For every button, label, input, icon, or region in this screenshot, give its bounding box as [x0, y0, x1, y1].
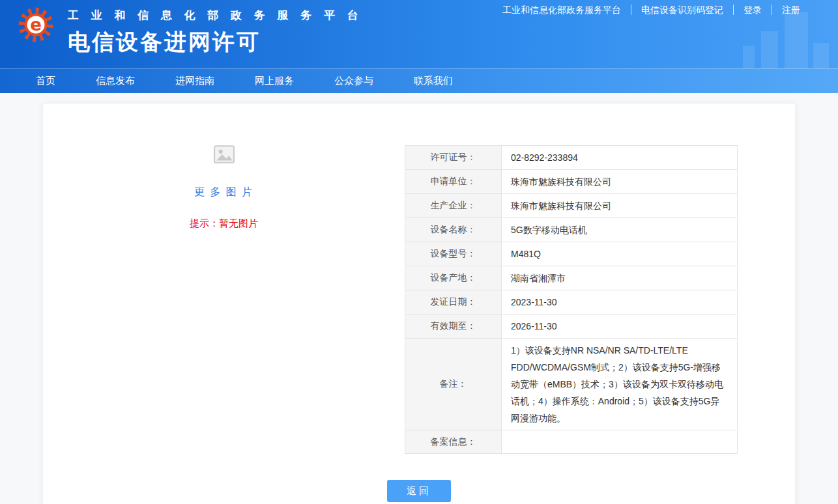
field-label: 备案信息： — [405, 430, 502, 454]
header-banner: e 工 业 和 信 息 化 部 政 务 服 务 平 台 电信设备进网许可 工业和… — [0, 0, 838, 68]
field-value: 珠海市魅族科技有限公司 — [502, 194, 738, 218]
nav-item-public-participation[interactable]: 公众参与 — [334, 75, 373, 87]
card-footer: 返回 — [43, 454, 795, 504]
nav-item-guide[interactable]: 进网指南 — [175, 75, 214, 87]
nav-item-contact[interactable]: 联系我们 — [414, 75, 453, 87]
field-value: 02-8292-233894 — [502, 146, 738, 170]
table-row: 设备名称： 5G数字移动电话机 — [405, 218, 738, 242]
table-row: 备注： 1）该设备支持NR NSA/NR SA/TD-LTE/LTE FDD/W… — [405, 339, 738, 430]
table-row: 申请单位： 珠海市魅族科技有限公司 — [405, 170, 738, 194]
table-row: 设备型号： M481Q — [405, 242, 738, 266]
field-label: 备注： — [405, 339, 502, 430]
table-row: 发证日期： 2023-11-30 — [405, 290, 738, 315]
field-value: 1）该设备支持NR NSA/NR SA/TD-LTE/LTE FDD/WCDMA… — [502, 339, 738, 430]
back-button[interactable]: 返回 — [387, 480, 451, 502]
site-header: e 工 业 和 信 息 化 部 政 务 服 务 平 台 电信设备进网许可 工业和… — [0, 0, 838, 93]
field-value: 2023-11-30 — [502, 290, 738, 315]
building-graphic — [785, 12, 808, 68]
field-value: M481Q — [502, 242, 738, 266]
link-gov-platform[interactable]: 工业和信息化部政务服务平台 — [493, 5, 631, 15]
main-nav: 首页 信息发布 进网指南 网上服务 公众参与 联系我们 — [0, 68, 838, 93]
field-label: 发证日期： — [405, 290, 502, 315]
field-label: 申请单位： — [405, 170, 502, 194]
svg-text:e: e — [30, 15, 42, 35]
field-value: 珠海市魅族科技有限公司 — [502, 170, 738, 194]
nav-item-news[interactable]: 信息发布 — [96, 75, 135, 87]
register-link[interactable]: 注册 — [772, 5, 800, 15]
no-image-hint: 提示：暂无图片 — [190, 217, 258, 230]
link-device-id-registration[interactable]: 电信设备识别码登记 — [631, 5, 734, 15]
table-row: 设备产地： 湖南省湘潭市 — [405, 266, 738, 290]
nav-item-online-service[interactable]: 网上服务 — [255, 75, 294, 87]
field-label: 设备型号： — [405, 242, 502, 266]
building-graphic — [743, 46, 755, 68]
license-table: 许可证号： 02-8292-233894 申请单位： 珠海市魅族科技有限公司 生… — [405, 145, 738, 454]
header-titles: 工 业 和 信 息 化 部 政 务 服 务 平 台 电信设备进网许可 — [68, 8, 363, 57]
building-graphic — [761, 31, 778, 68]
top-utility-links: 工业和信息化部政务服务平台 电信设备识别码登记 登录 注册 — [493, 5, 800, 15]
field-value: 2026-11-30 — [502, 315, 738, 339]
more-images-link[interactable]: 更 多 图 片 — [194, 186, 253, 199]
page-title: 电信设备进网许可 — [68, 27, 363, 57]
device-image-panel: 更 多 图 片 提示：暂无图片 — [43, 145, 405, 454]
table-row: 生产企业： 珠海市魅族科技有限公司 — [405, 194, 738, 218]
field-label: 生产企业： — [405, 194, 502, 218]
main-content: 更 多 图 片 提示：暂无图片 许可证号： 02-8292-233894 申请单… — [0, 93, 838, 504]
table-row: 备案信息： — [405, 430, 738, 454]
field-label: 设备名称： — [405, 218, 502, 242]
login-link[interactable]: 登录 — [734, 5, 772, 15]
site-logo-icon[interactable]: e — [17, 6, 55, 46]
field-value: 湖南省湘潭市 — [502, 266, 738, 290]
building-graphic — [813, 43, 829, 68]
field-label: 设备产地： — [405, 266, 502, 290]
field-label: 有效期至： — [405, 315, 502, 339]
field-label: 许可证号： — [405, 146, 502, 170]
field-value: 5G数字移动电话机 — [502, 218, 738, 242]
image-placeholder-icon — [214, 145, 235, 166]
platform-title: 工 业 和 信 息 化 部 政 务 服 务 平 台 — [68, 8, 363, 23]
license-detail-card: 更 多 图 片 提示：暂无图片 许可证号： 02-8292-233894 申请单… — [42, 103, 796, 504]
nav-item-home[interactable]: 首页 — [36, 75, 55, 87]
field-value — [502, 430, 738, 454]
table-row: 有效期至： 2026-11-30 — [405, 315, 738, 339]
table-row: 许可证号： 02-8292-233894 — [405, 146, 738, 170]
license-info-panel: 许可证号： 02-8292-233894 申请单位： 珠海市魅族科技有限公司 生… — [405, 145, 738, 454]
